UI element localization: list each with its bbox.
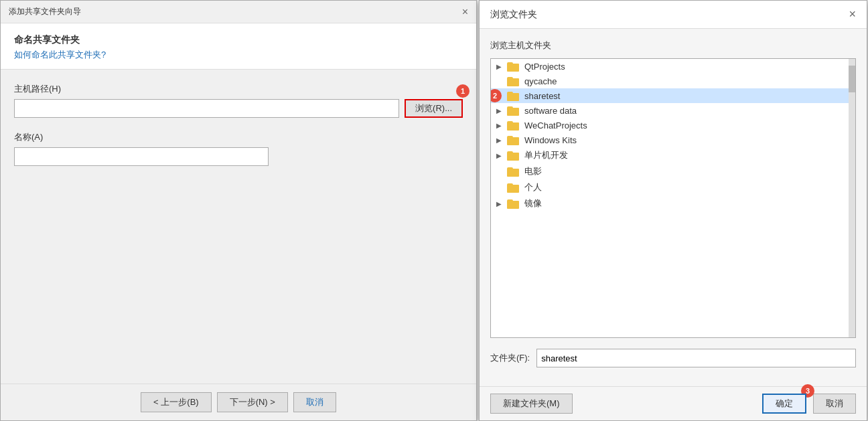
browse-btn-wrapper: 1 浏览(R)... [405,99,463,118]
tree-item-wk[interactable]: ▶Windows Kits [491,133,855,147]
expand-arrow: ▶ [496,152,507,159]
host-path-group: 主机路径(H) 1 浏览(R)... [14,83,463,118]
folder-icon [507,90,520,101]
left-dialog-body: 主机路径(H) 1 浏览(R)... 名称(A) [1,70,476,384]
confirm-button[interactable]: 确定 [762,394,806,414]
right-dialog: 浏览文件夹 × 浏览主机文件夹 ▶QtProjectsqycache2share… [479,0,867,421]
tree-item-jx[interactable]: ▶镜像 [491,195,855,212]
tree-item-label: qycache [524,76,557,86]
tree-item-share[interactable]: 2sharetest [491,88,855,103]
expand-arrow: ▶ [496,200,507,207]
tree-item-label: 单片机开发 [524,149,568,161]
folder-icon [507,61,520,72]
scrollbar[interactable] [849,59,855,337]
left-dialog-titlebar: 添加共享文件夹向导 × [1,1,476,23]
tree-item-sw[interactable]: ▶software data [491,103,855,118]
tree-container[interactable]: ▶QtProjectsqycache2sharetest▶software da… [490,58,856,338]
new-folder-button[interactable]: 新建文件夹(M) [490,394,573,414]
folder-path-input[interactable] [536,349,856,367]
tree-item-dy[interactable]: 电影 [491,163,855,179]
folder-path-row: 文件夹(F): [490,349,856,367]
browse-button[interactable]: 浏览(R)... [405,99,463,118]
expand-arrow: ▶ [496,137,507,144]
host-path-label: 主机路径(H) [14,83,463,95]
tree-item-wc[interactable]: ▶WeChatProjects [491,118,855,133]
folder-icon [507,198,520,209]
tree-item-label: 电影 [524,165,542,177]
right-dialog-titlebar: 浏览文件夹 × [480,1,867,29]
confirm-btn-wrapper: 3 确定 [762,394,806,414]
right-cancel-button[interactable]: 取消 [813,394,856,414]
folder-icon [507,182,520,193]
folder-icon [507,135,520,145]
folder-icon [507,105,520,116]
left-dialog-close-button[interactable]: × [462,7,468,17]
name-group: 名称(A) [14,131,463,166]
tree-item-label: 个人 [524,181,542,193]
browse-host-label: 浏览主机文件夹 [490,39,856,52]
tree-item-gr[interactable]: 个人 [491,179,855,195]
tree-item-label: 镜像 [524,197,542,209]
tree-item-qt[interactable]: ▶QtProjects [491,59,855,74]
tree-item-label: WeChatProjects [524,120,587,131]
name-input[interactable] [14,147,269,166]
expand-arrow: ▶ [496,107,507,114]
prev-button[interactable]: < 上一步(B) [141,392,212,412]
tree-item-label: Windows Kits [524,135,577,145]
folder-icon [507,166,520,177]
right-dialog-footer: 新建文件夹(M) 3 确定 取消 [480,386,867,420]
tree-item-mcu[interactable]: ▶单片机开发 [491,147,855,163]
badge-1: 1 [456,84,469,98]
right-dialog-title: 浏览文件夹 [490,9,537,21]
expand-arrow: ▶ [496,63,507,70]
right-dialog-body: 浏览主机文件夹 ▶QtProjectsqycache2sharetest▶sof… [480,29,867,386]
cancel-button[interactable]: 取消 [293,392,336,412]
right-dialog-close-button[interactable]: × [849,7,856,21]
folder-icon [507,120,520,131]
badge-2: 2 [490,89,502,102]
left-dialog-title: 添加共享文件夹向导 [9,6,81,17]
tree-item-qy[interactable]: qycache [491,74,855,88]
help-link[interactable]: 如何命名此共享文件夹? [14,50,106,60]
tree-item-label: software data [524,106,577,116]
scrollbar-thumb[interactable] [849,66,855,92]
next-button[interactable]: 下一步(N) > [217,392,288,412]
left-dialog-footer: < 上一步(B) 下一步(N) > 取消 [1,384,476,420]
tree-item-label: QtProjects [524,62,565,72]
left-dialog-header: 命名共享文件夹 如何命名此共享文件夹? [1,23,476,70]
host-path-row: 1 浏览(R)... [14,99,463,118]
folder-icon [507,76,520,86]
name-label: 名称(A) [14,131,463,143]
left-dialog-heading: 命名共享文件夹 [14,34,463,46]
folder-path-label: 文件夹(F): [490,352,530,364]
host-path-input[interactable] [14,99,399,118]
tree-item-label: sharetest [524,91,560,101]
expand-arrow: ▶ [496,122,507,129]
folder-icon [507,150,520,161]
left-dialog: 添加共享文件夹向导 × 命名共享文件夹 如何命名此共享文件夹? 主机路径(H) … [0,0,477,421]
badge-2-wrapper: 2sharetest [491,88,855,103]
